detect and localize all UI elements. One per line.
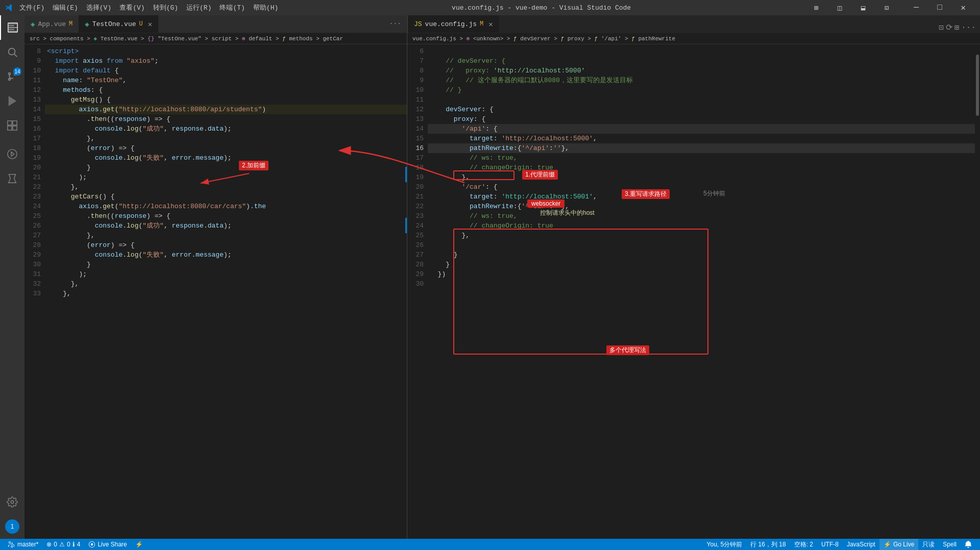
sidebar-item-testing[interactable] (0, 166, 24, 191)
tab-vue-config[interactable]: JS vue.config.js M ✕ (408, 15, 499, 33)
status-indent[interactable]: 空格: 2 (790, 539, 817, 550)
status-readonly[interactable]: 只读 (918, 539, 939, 550)
menu-goto[interactable]: 转到(G) (153, 3, 178, 12)
right-code-content: // devServer: { // proxy: 'http://localh… (428, 44, 980, 539)
more-actions-icon[interactable]: ··· (961, 23, 976, 32)
tab-config-close-icon[interactable]: ✕ (488, 20, 493, 29)
tab-vue-icon: ◈ (31, 20, 35, 29)
status-encoding-text: UTF-8 (821, 541, 839, 548)
live-share-icon (88, 541, 95, 548)
svg-rect-9 (13, 121, 17, 125)
menu-file[interactable]: 文件(F) (19, 3, 44, 12)
right-vscroll-thumb[interactable] (976, 55, 979, 116)
menu-help[interactable]: 帮助(H) (253, 3, 278, 12)
svg-point-13 (11, 501, 14, 504)
r-line-11 (428, 95, 980, 105)
menu-bar[interactable]: 文件(F) 编辑(E) 选择(V) 查看(V) 转到(G) 运行(R) 终端(T… (19, 3, 278, 12)
svg-rect-10 (8, 126, 12, 130)
sidebar-item-settings[interactable] (0, 490, 24, 514)
status-go-live[interactable]: ⚡ Go Live (879, 539, 918, 550)
right-vscroll[interactable] (975, 44, 980, 539)
maximize-button[interactable]: □ (928, 0, 951, 15)
tab-vue-icon-2: ◈ (85, 20, 89, 29)
tab-app-vue[interactable]: ◈ App.vue M (24, 15, 79, 33)
status-notifications[interactable] (961, 539, 976, 550)
tab-testone-vue[interactable]: ◈ TestOne.vue U ✕ (79, 15, 158, 33)
sidebar-icon[interactable]: ◫ (828, 0, 851, 15)
status-lightning[interactable]: ⚡ (131, 539, 147, 550)
window-title: vue.config.js - vue-demo - Visual Studio… (452, 4, 631, 12)
user-avatar[interactable]: 1 (0, 514, 24, 539)
status-encoding[interactable]: UTF-8 (817, 539, 843, 550)
r-line-17: // ws: true, (428, 153, 980, 163)
code-line-32: }, (45, 279, 407, 289)
panel-icon[interactable]: ⬓ (851, 0, 875, 15)
info-icon: ℹ (72, 541, 75, 548)
status-spell[interactable]: Spell (939, 539, 961, 550)
r-line-20: '/car': { (428, 182, 980, 192)
tab-label: App.vue (38, 20, 66, 28)
code-line-18: (error) => { (45, 143, 407, 153)
breadcrumb-text: src > components > ◈ TestOne.vue > {} "T… (30, 35, 343, 42)
status-position[interactable]: You, 5分钟前 (703, 539, 747, 550)
svg-line-2 (14, 54, 17, 57)
sidebar-item-search[interactable] (0, 40, 24, 64)
code-line-15: .then((response) => { (45, 114, 407, 124)
r-line-13: proxy: { (428, 114, 980, 124)
compare-icon[interactable]: ⊞ (954, 22, 960, 33)
bell-icon (965, 541, 972, 548)
r-line-10: // } (428, 85, 980, 95)
menu-edit[interactable]: 编辑(E) (53, 3, 78, 12)
go-live-text: Go Live (893, 541, 914, 548)
customize-icon[interactable]: ⊡ (875, 0, 898, 15)
r-line-7: // devServer: { (428, 56, 980, 66)
source-control-badge: 14 (13, 67, 21, 76)
sidebar-item-explorer[interactable] (0, 15, 24, 40)
svg-rect-8 (8, 121, 12, 125)
tab-config-label: vue.config.js (425, 20, 477, 28)
status-errors-warnings[interactable]: ⊗ 0 ⚠ 0 ℹ 4 (42, 539, 84, 550)
status-language[interactable]: JavaScript (843, 539, 879, 550)
left-breadcrumb: src > components > ◈ TestOne.vue > {} "T… (24, 33, 407, 44)
sidebar-item-run-debug[interactable] (0, 89, 24, 113)
menu-terminal[interactable]: 终端(T) (219, 3, 244, 12)
menu-view[interactable]: 查看(V) (119, 3, 144, 12)
multi-proxy-box (453, 229, 708, 355)
tab-modified-badge-2: U (139, 20, 143, 28)
layout-icon[interactable]: ⊞ (804, 0, 828, 15)
status-live-share[interactable]: Live Share (84, 539, 131, 550)
code-line-8: <script> (45, 46, 407, 56)
code-line-28: (error) => { (45, 240, 407, 250)
tab-close-icon[interactable]: ✕ (148, 20, 152, 29)
sidebar-item-remote[interactable] (0, 142, 24, 166)
status-branch[interactable]: master* (4, 539, 42, 550)
svg-rect-11 (13, 126, 17, 130)
tab-label-2: TestOne.vue (92, 20, 136, 28)
status-cursor[interactable]: 行 16，列 18 (746, 539, 790, 550)
code-line-11: name: "TestOne", (45, 76, 407, 85)
annotation-change-origin: 控制请求头中的host (540, 209, 595, 217)
status-cursor-text: 行 16，列 18 (750, 540, 786, 549)
code-line-27: }, (45, 231, 407, 240)
code-line-13: getMsg() { (45, 95, 407, 105)
spell-text: Spell (943, 541, 957, 548)
menu-run[interactable]: 运行(R) (186, 3, 211, 12)
sidebar-item-source-control[interactable]: 14 (0, 64, 24, 89)
code-line-33: }, (45, 289, 407, 298)
split-editor-icon[interactable]: ⊡ (939, 22, 944, 33)
sidebar-item-extensions[interactable] (0, 113, 24, 138)
git-branch-icon (8, 541, 15, 548)
right-breadcrumb: vue.config.js > ⊕ <unknown> > ƒ devServe… (407, 33, 980, 44)
code-line-25: .then((response) => { (45, 211, 407, 221)
window-controls[interactable]: ⊞ ◫ ⬓ ⊡ ─ □ ✕ (804, 0, 975, 15)
scroll-indicator-left-2 (405, 218, 407, 233)
minimize-button[interactable]: ─ (904, 0, 928, 15)
status-language-text: JavaScript (847, 541, 875, 548)
tab-overflow-button[interactable]: ··· (383, 15, 407, 33)
history-icon[interactable]: ⟳ (946, 22, 952, 33)
close-button[interactable]: ✕ (951, 0, 975, 15)
branch-name: master* (17, 541, 38, 548)
left-code-area: 8910111213141516171819202122232425262728… (24, 44, 407, 539)
code-line-24: axios.get("http://localhost:8080/car/car… (45, 202, 407, 211)
menu-select[interactable]: 选择(V) (86, 3, 111, 12)
